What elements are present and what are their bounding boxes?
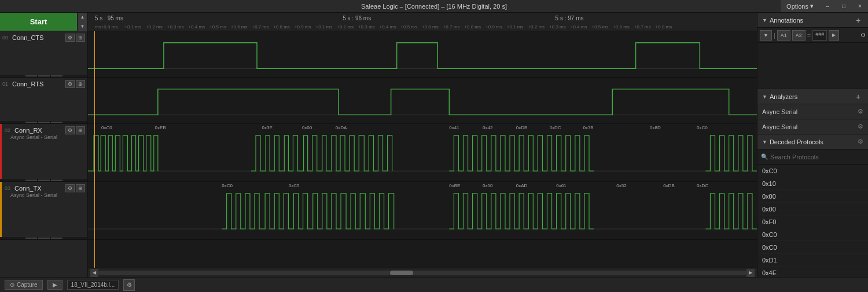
timeline-major-1: 5 s : 96 ms [343, 15, 371, 21]
minor-17: +0.8 ms [464, 24, 481, 30]
analyzer-gear-btn-0[interactable]: ⚙ [858, 108, 863, 115]
protocol-item-4[interactable]: 0xF0 [757, 216, 868, 228]
minor-4: +0.4 ms [188, 24, 205, 30]
anno-a2-button[interactable]: A2 [792, 30, 806, 41]
minimize-button[interactable]: – [819, 0, 836, 12]
signal-gear-btn-0[interactable]: ⚙ [65, 34, 75, 42]
capture-icon: ⊙ [10, 282, 14, 288]
analyzer-name-0: Async Serial [762, 108, 855, 115]
start-button[interactable]: Start [0, 13, 77, 31]
decoded-settings-button[interactable]: ⚙ [858, 138, 863, 145]
search-protocols-row: 🔍 [757, 149, 868, 165]
protocol-item-8[interactable]: 0x4E [757, 267, 868, 277]
drag-dots-2 [25, 180, 62, 181]
maximize-button[interactable]: □ [836, 0, 852, 12]
protocol-item-6[interactable]: 0xC0 [757, 241, 868, 254]
annotations-content [757, 43, 868, 89]
protocol-item-1[interactable]: 0x10 [757, 177, 868, 190]
signal-drag-handle-0[interactable] [0, 75, 87, 77]
filename-label: 18_VII_2014b.l... [67, 280, 119, 290]
scrollbar-area: ◀ ▶ [88, 268, 757, 277]
annotations-triangle-icon: ▼ [762, 17, 767, 23]
anno-play-button[interactable]: ▶ [829, 30, 839, 41]
waveform-conn-rts [88, 78, 757, 124]
signal-name-conn-tx: Conn_TX [14, 185, 64, 192]
minor-1: +0.1 ms [124, 24, 141, 30]
scroll-left-button[interactable]: ◀ [90, 269, 98, 277]
minor-14: +0.5 ms [400, 24, 417, 30]
drag-dots-0 [25, 75, 62, 76]
waveform-svg-cts [88, 31, 757, 77]
minor-13: +0.4 ms [380, 24, 396, 30]
scrollbar-track[interactable] [98, 271, 746, 275]
minor-10: +0.1 ms [316, 24, 333, 30]
analyzers-add-button[interactable]: + [853, 92, 863, 102]
scroll-right-button[interactable]: ▶ [746, 269, 755, 277]
anno-filter-button[interactable]: ▼ [760, 30, 772, 41]
close-button[interactable]: × [852, 0, 868, 12]
color-indicator-rx [0, 124, 2, 181]
signal-index-2: 02 [5, 127, 13, 133]
signal-expand-btn-0[interactable]: ⊕ [76, 34, 85, 42]
protocol-item-3[interactable]: 0x00 [757, 203, 868, 216]
minor-9: +0.9 ms [295, 24, 311, 30]
cursor-line [94, 31, 95, 268]
signal-name-conn-rts: Conn_RTS [12, 81, 64, 87]
annotations-header: ▼ Annotations + [757, 13, 868, 28]
waveform-conn-tx: 0xC0 0xC5 0xBE 0x00 0xAD 0x61 0x52 0xDB … [88, 182, 757, 240]
title-bar: Saleae Logic – [Connected] – [16 MHz Dig… [0, 0, 868, 13]
protocol-item-5[interactable]: 0xC0 [757, 228, 868, 241]
arrow-controls: ▲ ▼ [77, 13, 87, 31]
signal-row-header-3: 03 Conn_TX ⚙ ⊕ [5, 184, 85, 192]
annotations-add-button[interactable]: + [853, 15, 863, 25]
decoded-protocols-title: Decoded Protocols [770, 138, 855, 145]
signal-row-conn-rx: 02 Conn_RX ⚙ ⊕ Async Serial - Serial [0, 124, 87, 182]
signal-index-1: 01 [2, 81, 10, 87]
signal-drag-handle-3[interactable] [0, 237, 87, 239]
minor-22: +0.4 ms [571, 24, 587, 30]
anno-a1-button[interactable]: A1 [777, 30, 790, 41]
options-button[interactable]: Options ▾ [781, 0, 819, 12]
analyzer-gear-btn-1[interactable]: ⚙ [858, 123, 863, 130]
protocol-item-2[interactable]: 0x00 [757, 190, 868, 203]
capture-button[interactable]: ⊙ Capture [5, 280, 43, 290]
signal-index-3: 03 [5, 185, 13, 191]
signal-row-conn-tx: 03 Conn_TX ⚙ ⊕ Async Serial - Serial [0, 182, 87, 240]
protocol-item-0[interactable]: 0xC0 [757, 165, 868, 177]
drag-dots-1 [25, 122, 62, 123]
scrollbar-thumb[interactable] [390, 271, 413, 275]
signal-gear-btn-1[interactable]: ⚙ [65, 80, 75, 88]
protocols-list[interactable]: 0xC00x100x000x000xF00xC00xC00xD10x4E0x00 [757, 165, 868, 277]
signal-gear-btn-3[interactable]: ⚙ [65, 184, 75, 192]
signal-expand-btn-2[interactable]: ⊕ [76, 126, 85, 134]
minor-16: +0.7 ms [443, 24, 460, 30]
drag-dots-3 [25, 238, 62, 239]
signal-name-conn-rx: Conn_RX [14, 127, 64, 134]
signal-drag-handle-2[interactable] [0, 179, 87, 181]
arrow-down-button[interactable]: ▼ [77, 22, 87, 31]
analyzers-content: ▼ Analyzers + Async Serial ⚙ Async Seria… [757, 89, 868, 134]
minor-24: +0.6 ms [613, 24, 630, 30]
anno-settings-button[interactable]: ⚙ [860, 32, 866, 38]
signal-expand-btn-1[interactable]: ⊕ [76, 80, 85, 88]
arrow-up-button[interactable]: ▲ [77, 13, 87, 22]
bottom-bar: ⊙ Capture ▶ 18_VII_2014b.l... ⚙ [0, 277, 868, 292]
annotations-toolbar: ▼ | A1 A2 = ### ▶ ⚙ [757, 28, 868, 43]
minor-6: +0.6 ms [231, 24, 248, 30]
minor-15: +0.6 ms [422, 24, 439, 30]
signal-index-0: 00 [2, 35, 10, 41]
signal-gear-btn-2[interactable]: ⚙ [65, 126, 75, 134]
signal-expand-btn-3[interactable]: ⊕ [76, 184, 85, 192]
minor-8: +0.8 ms [273, 24, 290, 30]
nav-left-button[interactable]: ▶ [47, 280, 62, 290]
minor-18: +0.9 ms [486, 24, 502, 30]
file-settings-button[interactable]: ⚙ [123, 279, 135, 291]
minor-26: +0.8 ms [656, 24, 672, 30]
protocol-item-7[interactable]: 0xD1 [757, 254, 868, 267]
search-protocols-input[interactable] [770, 154, 865, 160]
signal-controls-1: ⚙ ⊕ [65, 80, 85, 88]
signal-drag-handle-1[interactable] [0, 121, 87, 123]
color-indicator-tx [0, 182, 2, 239]
signal-row-header-1: 01 Conn_RTS ⚙ ⊕ [2, 80, 85, 88]
window-controls: Options ▾ – □ × [781, 0, 868, 12]
